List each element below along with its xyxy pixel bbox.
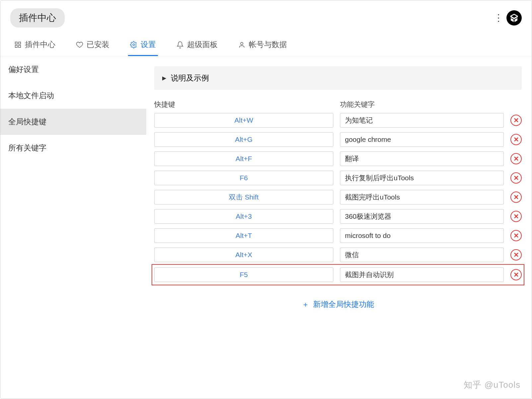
plus-icon: ＋ [302, 300, 309, 310]
col-shortcut: 快捷键 [154, 100, 333, 109]
shortcut-key-input[interactable]: Alt+3 [154, 209, 333, 224]
shortcut-row: Alt+3360极速浏览器✕ [154, 209, 522, 224]
delete-button[interactable]: ✕ [510, 153, 522, 164]
explain-collapse[interactable]: ▶ 说明及示例 [154, 66, 522, 90]
shortcut-keyword-input[interactable]: 为知笔记 [340, 113, 504, 128]
add-shortcut-button[interactable]: ＋ 新增全局快捷功能 [154, 299, 522, 310]
delete-button[interactable]: ✕ [510, 249, 522, 260]
svg-rect-2 [15, 45, 17, 47]
shortcut-row: 双击 Shift截图完呼出uTools✕ [154, 190, 522, 204]
sidebar-item-3[interactable]: 所有关键字 [0, 135, 146, 161]
sidebar-item-2[interactable]: 全局快捷键 [0, 109, 146, 135]
shortcut-row: F6执行复制后呼出uTools✕ [154, 171, 522, 185]
gear-icon [130, 41, 137, 48]
delete-button[interactable]: ✕ [510, 230, 522, 241]
window-title-pill: 插件中心 [10, 8, 65, 28]
triangle-right-icon: ▶ [162, 75, 166, 81]
shortcut-keyword-input[interactable]: 360极速浏览器 [340, 209, 504, 224]
heart-icon [76, 41, 83, 48]
col-keyword: 功能关键字 [340, 100, 522, 109]
apps-icon [14, 41, 22, 48]
body: 偏好设置本地文件启动全局快捷键所有关键字 ▶ 说明及示例 快捷键 功能关键字 A… [0, 56, 532, 395]
delete-button[interactable]: ✕ [510, 134, 522, 145]
shortcut-row: Alt+Tmicrosoft to do✕ [154, 228, 522, 243]
shortcut-key-input[interactable]: F6 [154, 171, 333, 185]
shortcut-keyword-input[interactable]: 微信 [340, 248, 504, 262]
svg-rect-3 [19, 45, 21, 47]
tab-bell[interactable]: 超级面板 [174, 37, 220, 56]
titlebar: 插件中心 ⋮ [0, 0, 532, 30]
shortcut-keyword-input[interactable]: 截图完呼出uTools [340, 190, 504, 204]
shortcut-row: Alt+Ggoogle chrome✕ [154, 132, 522, 147]
shortcut-keyword-input[interactable]: microsoft to do [340, 228, 504, 243]
tab-user[interactable]: 帐号与数据 [236, 37, 289, 56]
window: 插件中心 ⋮ 插件中心已安装设置超级面板帐号与数据 偏好设置本地文件启动全局快捷… [0, 0, 532, 399]
user-icon [238, 41, 245, 48]
shortcut-row: Alt+F翻译✕ [154, 151, 522, 166]
delete-button[interactable]: ✕ [510, 172, 522, 184]
tab-label: 超级面板 [187, 39, 218, 50]
shortcut-row: Alt+X微信✕ [154, 248, 522, 262]
tab-heart[interactable]: 已安装 [74, 37, 111, 56]
sidebar-item-0[interactable]: 偏好设置 [0, 56, 146, 83]
header-right: ⋮ [494, 10, 522, 26]
tab-label: 插件中心 [25, 39, 55, 50]
shortcut-key-input[interactable]: Alt+W [154, 113, 333, 128]
shortcut-row: Alt+W为知笔记✕ [154, 113, 522, 128]
svg-rect-1 [19, 42, 21, 44]
shortcut-keyword-input[interactable]: 执行复制后呼出uTools [340, 171, 504, 185]
tab-gear[interactable]: 设置 [128, 37, 158, 56]
svg-rect-0 [15, 42, 17, 44]
shortcut-key-input[interactable]: Alt+T [154, 228, 333, 243]
shortcut-key-input[interactable]: F5 [154, 267, 333, 282]
bell-icon [176, 41, 184, 48]
watermark: 知乎 @uTools [464, 379, 520, 391]
add-label: 新增全局快捷功能 [313, 299, 374, 310]
delete-button[interactable]: ✕ [510, 115, 522, 126]
app-logo [506, 10, 522, 26]
shortcut-keyword-input[interactable]: google chrome [340, 132, 504, 147]
tab-apps[interactable]: 插件中心 [12, 37, 57, 56]
svg-point-4 [133, 44, 135, 46]
tab-label: 设置 [141, 39, 156, 50]
tabs: 插件中心已安装设置超级面板帐号与数据 [0, 30, 532, 56]
delete-button[interactable]: ✕ [510, 211, 522, 222]
sidebar-item-1[interactable]: 本地文件启动 [0, 83, 146, 109]
more-icon[interactable]: ⋮ [494, 13, 503, 23]
main: ▶ 说明及示例 快捷键 功能关键字 Alt+W为知笔记✕Alt+Ggoogle … [146, 56, 532, 395]
shortcut-key-input[interactable]: 双击 Shift [154, 190, 333, 204]
delete-button[interactable]: ✕ [510, 269, 522, 280]
explain-label: 说明及示例 [171, 73, 209, 83]
shortcut-key-input[interactable]: Alt+X [154, 248, 333, 262]
shortcut-keyword-input[interactable]: 截图并自动识别 [340, 267, 504, 282]
shortcut-rows: Alt+W为知笔记✕Alt+Ggoogle chrome✕Alt+F翻译✕F6执… [154, 113, 522, 283]
tab-label: 已安装 [87, 39, 109, 50]
shortcut-key-input[interactable]: Alt+F [154, 151, 333, 166]
delete-button[interactable]: ✕ [510, 192, 522, 203]
tab-label: 帐号与数据 [249, 39, 287, 50]
shortcut-key-input[interactable]: Alt+G [154, 132, 333, 147]
shortcut-row: F5截图并自动识别✕ [154, 267, 522, 283]
svg-point-5 [240, 42, 243, 44]
shortcut-keyword-input[interactable]: 翻译 [340, 151, 504, 166]
column-headers: 快捷键 功能关键字 [154, 100, 522, 109]
sidebar: 偏好设置本地文件启动全局快捷键所有关键字 [0, 56, 146, 395]
